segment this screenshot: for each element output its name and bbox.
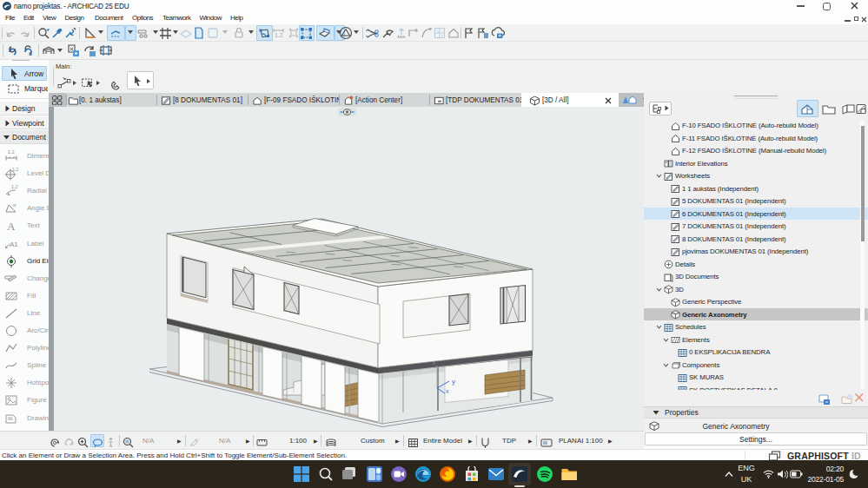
svg-text:A1: A1 <box>10 241 18 248</box>
svg-text:1.2: 1.2 <box>11 184 18 189</box>
svg-text:y: y <box>452 378 455 386</box>
svg-text:x: x <box>446 388 449 394</box>
svg-text:S: S <box>29 51 32 56</box>
svg-text:1.2: 1.2 <box>12 167 18 172</box>
svg-text:1.2: 1.2 <box>8 149 15 155</box>
svg-text:A: A <box>7 220 16 233</box>
svg-text:z: z <box>433 360 435 366</box>
svg-text:1.2: 1.2 <box>275 32 283 38</box>
svg-text:α: α <box>13 202 17 208</box>
